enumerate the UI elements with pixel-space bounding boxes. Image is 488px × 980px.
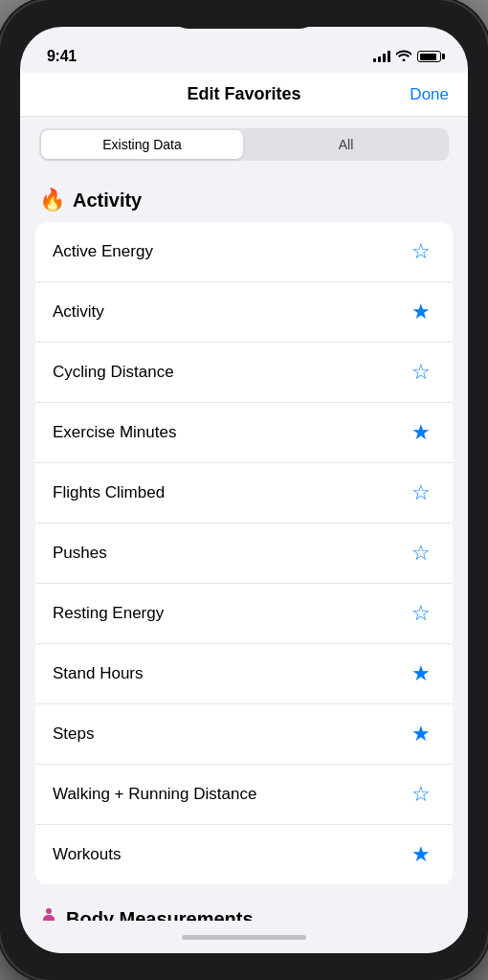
list-item: Active Energy ☆ (35, 222, 453, 282)
star-walking[interactable]: ☆ (407, 780, 435, 809)
item-label-flights: Flights Climbed (53, 483, 165, 502)
segment-all[interactable]: All (245, 130, 447, 159)
item-label-exercise: Exercise Minutes (53, 423, 176, 442)
phone-frame: 9:41 Edit Favorites D (0, 0, 488, 980)
list-item: Exercise Minutes ★ (35, 403, 453, 463)
home-indicator (20, 921, 468, 953)
scroll-content[interactable]: 🔥 Activity Active Energy ☆ Activity ★ (20, 172, 468, 921)
star-steps[interactable]: ★ (407, 720, 435, 748)
notch (167, 0, 321, 29)
list-item: Walking + Running Distance ☆ (35, 765, 453, 825)
activity-icon: 🔥 (39, 188, 65, 212)
star-activity[interactable]: ★ (407, 298, 435, 326)
list-item: Pushes ☆ (35, 523, 453, 584)
star-active-energy[interactable]: ☆ (407, 237, 435, 266)
activity-section-header: 🔥 Activity (20, 172, 468, 222)
list-item: Flights Climbed ☆ (35, 463, 453, 523)
star-pushes[interactable]: ☆ (407, 539, 435, 568)
body-measurements-section: Body Measurements Height ☆ (20, 892, 468, 921)
status-time: 9:41 (47, 48, 77, 65)
star-flights[interactable]: ☆ (407, 479, 435, 507)
star-resting[interactable]: ☆ (407, 599, 435, 628)
segment-container: Existing Data All (20, 117, 468, 172)
page-title: Edit Favorites (187, 84, 300, 104)
wifi-icon (396, 50, 411, 64)
svg-point-0 (46, 908, 52, 914)
item-label-workouts: Workouts (53, 845, 122, 864)
body-measurements-header: Body Measurements (20, 892, 468, 921)
done-button[interactable]: Done (410, 85, 449, 104)
item-label-pushes: Pushes (53, 544, 107, 563)
body-measurements-icon (39, 907, 58, 921)
phone-screen: 9:41 Edit Favorites D (20, 27, 468, 953)
body-measurements-title: Body Measurements (66, 908, 254, 922)
activity-list: Active Energy ☆ Activity ★ Cycling Dista… (35, 222, 453, 884)
signal-icon (373, 51, 390, 62)
list-item: Workouts ★ (35, 825, 453, 884)
item-label-activity: Activity (53, 302, 104, 322)
list-item: Stand Hours ★ (35, 644, 453, 704)
item-label-resting: Resting Energy (53, 604, 164, 623)
item-label-cycling: Cycling Distance (53, 363, 174, 382)
star-stand[interactable]: ★ (407, 659, 435, 688)
activity-section: 🔥 Activity Active Energy ☆ Activity ★ (20, 172, 468, 884)
segment-control: Existing Data All (39, 128, 449, 161)
list-item: Steps ★ (35, 704, 453, 765)
star-exercise[interactable]: ★ (407, 418, 435, 447)
list-item: Activity ★ (35, 282, 453, 343)
list-item: Resting Energy ☆ (35, 584, 453, 644)
item-label-walking: Walking + Running Distance (53, 785, 256, 804)
battery-icon (417, 51, 441, 62)
list-item: Cycling Distance ☆ (35, 343, 453, 403)
star-cycling[interactable]: ☆ (407, 358, 435, 387)
segment-existing-data[interactable]: Existing Data (41, 130, 243, 159)
home-bar (182, 935, 306, 940)
activity-section-title: Activity (73, 189, 142, 212)
star-workouts[interactable]: ★ (407, 840, 435, 869)
item-label-active-energy: Active Energy (53, 242, 153, 261)
nav-header: Edit Favorites Done (20, 73, 468, 117)
item-label-steps: Steps (53, 724, 94, 744)
status-bar: 9:41 (20, 27, 468, 73)
item-label-stand: Stand Hours (53, 664, 144, 683)
status-icons (373, 50, 441, 64)
